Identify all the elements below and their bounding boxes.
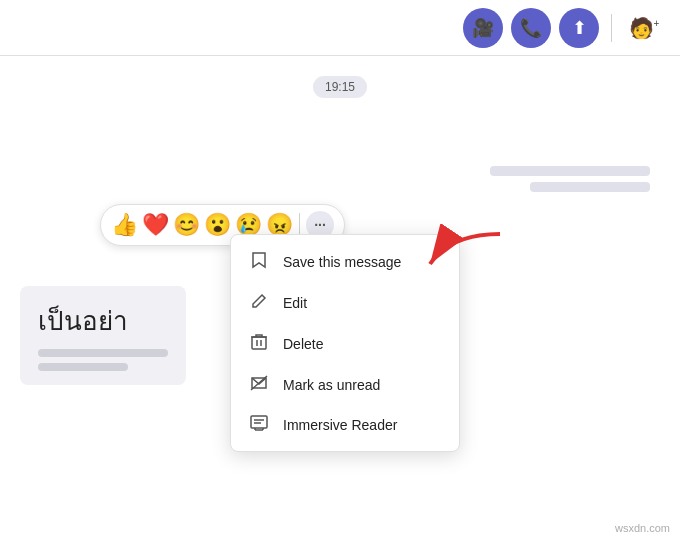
edit-menu-item[interactable]: Edit xyxy=(231,283,459,323)
delete-label: Delete xyxy=(283,336,323,352)
bookmark-icon xyxy=(249,251,269,273)
right-message-placeholder xyxy=(490,166,650,192)
context-menu: Save this message Edit Delete xyxy=(230,234,460,452)
header-divider xyxy=(611,14,612,42)
delete-icon xyxy=(249,333,269,355)
placeholder-line-1 xyxy=(490,166,650,176)
edit-icon xyxy=(249,293,269,313)
save-message-menu-item[interactable]: Save this message xyxy=(231,241,459,283)
timestamp-area: 19:15 xyxy=(20,76,660,98)
audio-call-button[interactable]: 📞 xyxy=(511,8,551,48)
edit-label: Edit xyxy=(283,295,307,311)
share-button[interactable]: ⬆ xyxy=(559,8,599,48)
mark-unread-label: Mark as unread xyxy=(283,377,380,393)
text-line-long xyxy=(38,349,168,357)
message-text-lines xyxy=(38,349,168,371)
header-bar: 🎥 📞 ⬆ 🧑+ xyxy=(0,0,680,56)
video-call-button[interactable]: 🎥 xyxy=(463,8,503,48)
thai-text: เป็นอย่า xyxy=(38,300,168,341)
immersive-reader-label: Immersive Reader xyxy=(283,417,397,433)
immersive-reader-icon xyxy=(249,415,269,435)
delete-menu-item[interactable]: Delete xyxy=(231,323,459,365)
timestamp-label: 19:15 xyxy=(313,76,367,98)
emoji-smile[interactable]: 😊 xyxy=(173,212,200,238)
placeholder-line-2 xyxy=(530,182,650,192)
svg-rect-6 xyxy=(251,416,267,428)
left-message-bubble: เป็นอย่า xyxy=(20,286,186,385)
emoji-heart[interactable]: ❤️ xyxy=(142,212,169,238)
chat-area: 19:15 เป็นอย่า 👍 ❤️ 😊 😮 😢 😠 ··· xyxy=(0,56,680,540)
add-people-button[interactable]: 🧑+ xyxy=(624,8,664,48)
mark-unread-menu-item[interactable]: Mark as unread xyxy=(231,365,459,405)
mark-unread-icon xyxy=(249,375,269,395)
more-reactions-icon: ··· xyxy=(314,217,326,233)
immersive-reader-menu-item[interactable]: Immersive Reader xyxy=(231,405,459,445)
video-icon: 🎥 xyxy=(472,17,494,39)
share-screen-icon: ⬆ xyxy=(572,17,587,39)
emoji-thumbsup[interactable]: 👍 xyxy=(111,212,138,238)
save-message-label: Save this message xyxy=(283,254,401,270)
emoji-surprised[interactable]: 😮 xyxy=(204,212,231,238)
text-line-short xyxy=(38,363,128,371)
svg-rect-1 xyxy=(252,337,266,349)
phone-icon: 📞 xyxy=(520,17,542,39)
add-people-icon: 🧑+ xyxy=(629,16,660,40)
watermark: wsxdn.com xyxy=(615,522,670,534)
